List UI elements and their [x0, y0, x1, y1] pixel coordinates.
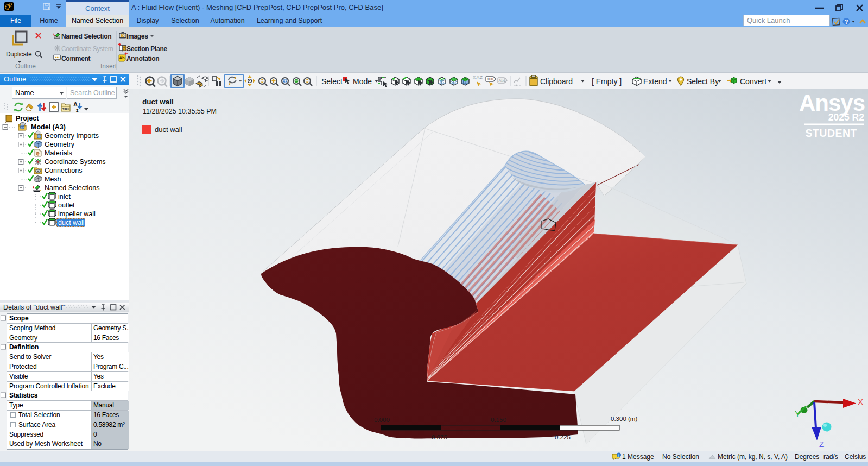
svg-text:duct wall: duct wall	[155, 125, 182, 134]
svg-text:Model (A3): Model (A3)	[31, 123, 66, 131]
svg-text:Geometry: Geometry	[45, 141, 75, 148]
svg-text:2025 R2: 2025 R2	[828, 112, 864, 123]
svg-text:Geometry Imports: Geometry Imports	[45, 132, 99, 140]
svg-text:Convert: Convert	[740, 77, 766, 86]
svg-text:Connections: Connections	[45, 167, 83, 174]
svg-text:Clipboard: Clipboard	[540, 77, 573, 86]
svg-text:z: z	[76, 108, 79, 113]
svg-text:inlet: inlet	[58, 193, 71, 200]
svg-text:impeller wall: impeller wall	[58, 210, 96, 218]
svg-text:Abc: Abc	[499, 78, 506, 83]
svg-text:?: ?	[845, 18, 848, 25]
svg-text:Select By: Select By	[687, 77, 719, 86]
svg-text:A: A	[73, 101, 78, 108]
svg-text:0.000: 0.000	[374, 417, 390, 423]
svg-text:Mesh: Mesh	[45, 175, 61, 183]
svg-text:Extend: Extend	[643, 77, 667, 86]
svg-text:i: i	[618, 454, 619, 457]
svg-text:Ab: Ab	[119, 55, 125, 60]
svg-text:Coordinate Systems: Coordinate Systems	[45, 158, 106, 166]
svg-text:Materials: Materials	[45, 149, 72, 157]
svg-text:Select: Select	[321, 77, 343, 86]
svg-text:[ Empty ]: [ Empty ]	[592, 77, 622, 86]
svg-text:STUDENT: STUDENT	[805, 127, 857, 139]
svg-text:duct wall: duct wall	[142, 98, 174, 106]
svg-text:0.300 (m): 0.300 (m)	[611, 415, 637, 422]
svg-text:100: 100	[487, 77, 493, 81]
svg-text:X: X	[858, 397, 863, 406]
svg-text:Mode: Mode	[353, 77, 372, 86]
svg-text:11/28/2025 10:35:55 PM: 11/28/2025 10:35:55 PM	[143, 108, 217, 115]
svg-text:0.075: 0.075	[432, 434, 447, 440]
svg-text:Project: Project	[16, 115, 39, 122]
svg-text:outlet: outlet	[58, 201, 75, 209]
svg-text:Z: Z	[819, 439, 824, 449]
svg-text:0.225: 0.225	[555, 434, 571, 440]
svg-text:Y: Y	[795, 409, 800, 418]
svg-text:duct wall: duct wall	[58, 219, 85, 226]
svg-text:X.Y.Z: X.Y.Z	[473, 75, 483, 80]
svg-text:Named Selections: Named Selections	[45, 184, 99, 192]
svg-text:0.150: 0.150	[491, 417, 506, 423]
